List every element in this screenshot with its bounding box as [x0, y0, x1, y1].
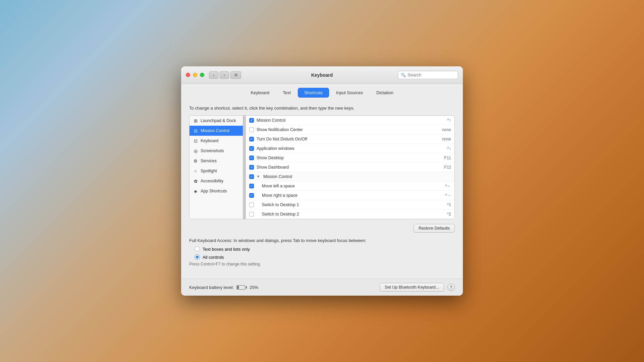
maximize-button[interactable] — [200, 73, 204, 77]
radio-label-all-controls: All controls — [203, 255, 224, 260]
shortcut-key-dnd: none — [442, 137, 451, 141]
tab-shortcuts[interactable]: Shortcuts — [298, 88, 329, 98]
bottom-bar: Keyboard battery level: 25% Set Up Bluet… — [181, 279, 463, 296]
restore-defaults-row: Restore Defaults — [189, 224, 455, 233]
search-icon: 🔍 — [401, 73, 406, 77]
screenshots-icon: ◎ — [193, 148, 198, 154]
sidebar-item-accessibility[interactable]: ✿ Accessibility — [190, 176, 243, 186]
shortcut-label-mission-control-top: Mission Control — [257, 118, 444, 123]
shortcut-key-app-windows: ^↓ — [447, 146, 451, 151]
chevron-icon: ▼ — [257, 175, 260, 178]
radio-item-all-controls[interactable]: All controls — [195, 254, 455, 260]
shortcut-label-dnd: Turn Do Not Disturb On/Off — [257, 137, 439, 141]
checkbox-move-left[interactable] — [249, 184, 254, 188]
sidebar-item-services[interactable]: ⚙ Services — [190, 156, 243, 166]
sidebar-item-label-mission-control: Mission Control — [201, 128, 229, 133]
panel-divider[interactable]: · — [243, 116, 246, 219]
radio-item-text-boxes[interactable]: Text boxes and lists only — [195, 246, 455, 252]
sidebar-item-screenshots[interactable]: ◎ Screenshots — [190, 146, 243, 156]
shortcut-key-move-left: ^← — [445, 184, 451, 188]
radio-group: Text boxes and lists only All controls — [195, 246, 455, 260]
tabs-bar: Keyboard Text Shortcuts Input Sources Di… — [181, 84, 463, 101]
keyboard-icon: ⊡ — [193, 138, 198, 143]
shortcut-key-mission-control-top: ^↑ — [447, 118, 451, 123]
battery-icon — [236, 285, 247, 290]
spotlight-icon: ○ — [193, 168, 198, 174]
forward-button[interactable]: › — [220, 71, 229, 79]
restore-defaults-button[interactable]: Restore Defaults — [414, 224, 455, 233]
back-button[interactable]: ‹ — [209, 71, 218, 79]
shortcut-key-desktop-1: ^1 — [447, 202, 451, 207]
checkbox-dnd[interactable] — [249, 137, 254, 141]
shortcut-key-desktop-2: ^2 — [447, 212, 451, 217]
full-keyboard-section: Full Keyboard Access: In windows and dia… — [189, 238, 455, 266]
shortcut-label-mission-control-group: Mission Control — [263, 174, 448, 179]
sidebar-item-label-accessibility: Accessibility — [201, 179, 223, 183]
sidebar-item-label-screenshots: Screenshots — [201, 148, 224, 153]
search-input[interactable] — [408, 72, 455, 77]
shortcut-row-dnd: Turn Do Not Disturb On/Off none — [246, 134, 454, 144]
titlebar: ‹ › ⊞ Keyboard 🔍 — [181, 66, 463, 84]
sidebar-item-label-services: Services — [201, 159, 217, 163]
app-shortcuts-icon: ◈ — [193, 188, 198, 194]
help-button[interactable]: ? — [447, 284, 455, 291]
checkbox-notification[interactable] — [249, 127, 254, 132]
instruction-text: To change a shortcut, select it, click t… — [189, 106, 455, 111]
shortcut-row-show-dashboard: Show Dashboard F12 — [246, 163, 454, 172]
sidebar-item-spotlight[interactable]: ○ Spotlight — [190, 166, 243, 176]
shortcut-key-show-dashboard: F12 — [444, 165, 451, 170]
grid-button[interactable]: ⊞ — [230, 71, 241, 79]
shortcut-row-mission-control-group: ▼ Mission Control — [246, 172, 454, 181]
battery-cap — [246, 286, 247, 289]
shortcut-label-desktop-1: Switch to Desktop 1 — [262, 202, 444, 207]
shortcut-label-show-dashboard: Show Dashboard — [257, 165, 441, 170]
shortcuts-list: Mission Control ^↑ Show Notification Cen… — [246, 116, 454, 219]
nav-buttons: ‹ › — [209, 71, 229, 79]
checkbox-desktop-1[interactable] — [249, 202, 254, 207]
battery-body — [236, 285, 245, 290]
full-keyboard-title: Full Keyboard Access: In windows and dia… — [189, 238, 455, 243]
sidebar-item-app-shortcuts[interactable]: ◈ App Shortcuts — [190, 186, 243, 196]
checkbox-desktop-2[interactable] — [249, 212, 254, 217]
sidebar-item-label-launchpad: Launchpad & Dock — [201, 118, 236, 123]
sidebar-item-launchpad[interactable]: ⊞ Launchpad & Dock — [190, 116, 243, 126]
shortcut-key-move-right: ^→ — [445, 193, 451, 198]
shortcut-row-app-windows: Application windows ^↓ — [246, 144, 454, 153]
window-title: Keyboard — [311, 72, 333, 78]
checkbox-show-desktop[interactable] — [249, 156, 254, 160]
shortcut-row-mission-control-top: Mission Control ^↑ — [246, 116, 454, 125]
bluetooth-button[interactable]: Set Up Bluetooth Keyboard... — [380, 283, 444, 292]
shortcut-key-notification: none — [442, 127, 451, 132]
control-hint: Press Control+F7 to change this setting. — [189, 262, 455, 266]
tab-keyboard[interactable]: Keyboard — [244, 88, 276, 98]
tab-dictation[interactable]: Dictation — [370, 88, 400, 98]
mission-control-icon: ⊟ — [193, 128, 198, 133]
tab-input-sources[interactable]: Input Sources — [330, 88, 369, 98]
shortcut-row-move-right: Move right a space ^→ — [246, 191, 454, 200]
close-button[interactable] — [186, 73, 190, 77]
tab-text[interactable]: Text — [276, 88, 297, 98]
minimize-button[interactable] — [193, 73, 197, 77]
sidebar-item-keyboard[interactable]: ⊡ Keyboard — [190, 136, 243, 146]
checkbox-mission-control-top[interactable] — [249, 118, 254, 123]
shortcut-label-move-left: Move left a space — [262, 184, 442, 188]
battery-section: Keyboard battery level: 25% — [189, 285, 258, 290]
search-box[interactable]: 🔍 — [398, 71, 458, 79]
traffic-lights — [186, 73, 204, 77]
checkbox-move-right[interactable] — [249, 193, 254, 198]
shortcut-label-desktop-2: Switch to Desktop 2 — [262, 212, 444, 217]
radio-all-controls[interactable] — [195, 254, 200, 260]
shortcut-label-app-windows: Application windows — [257, 146, 444, 151]
main-panel: ⊞ Launchpad & Dock ⊟ Mission Control ⊡ K… — [189, 115, 455, 219]
checkbox-show-dashboard[interactable] — [249, 165, 254, 170]
battery-fill — [237, 286, 239, 289]
shortcut-label-notification: Show Notification Center — [257, 127, 439, 132]
sidebar-item-mission-control[interactable]: ⊟ Mission Control — [190, 126, 243, 136]
shortcut-row-notification: Show Notification Center none — [246, 125, 454, 134]
checkbox-mission-control-group[interactable] — [249, 174, 254, 179]
services-icon: ⚙ — [193, 158, 198, 164]
bottom-buttons: Set Up Bluetooth Keyboard... ? — [380, 283, 455, 292]
radio-text-boxes[interactable] — [195, 246, 200, 252]
keyboard-preferences-window: ‹ › ⊞ Keyboard 🔍 Keyboard Text Shortcuts… — [181, 66, 463, 296]
checkbox-app-windows[interactable] — [249, 146, 254, 151]
